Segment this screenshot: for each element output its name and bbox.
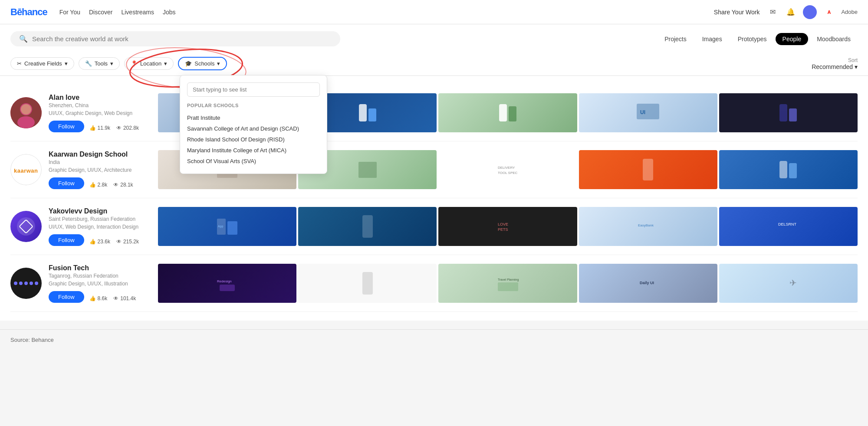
table-row: Alan love Shenzhen, China UI/UX, Graphic… <box>10 85 858 141</box>
location-chevron: ▾ <box>164 60 167 67</box>
svg-point-4 <box>17 116 35 128</box>
person-info: Yakovlevv Design Saint Petersburg, Russi… <box>10 207 158 246</box>
eye-icon: 👁 <box>113 182 118 188</box>
sort-value[interactable]: Recommended ▾ <box>812 63 858 70</box>
avatar[interactable] <box>803 5 817 19</box>
school-item[interactable]: School Of Visual Arts (SVA) <box>187 156 320 167</box>
person-fields: UI/UX, Graphic Design, Web Design <box>49 110 149 116</box>
views-stat: 👁 28.1k <box>113 182 133 188</box>
logo[interactable]: Bēhance <box>10 7 47 18</box>
portfolio-thumb[interactable]: DELIVERYTOOL SPEC <box>438 150 577 189</box>
school-item[interactable]: Rhode Island School Of Design (RISD) <box>187 134 320 145</box>
svg-rect-24 <box>779 161 787 178</box>
portfolio-thumb[interactable]: LOVEPETS <box>438 207 577 246</box>
portfolio-thumb[interactable]: UI <box>579 93 717 132</box>
portfolio-thumb[interactable]: EasyBank <box>579 207 717 246</box>
person-info: Fusion Tech Taganrog, Russian Federation… <box>10 264 158 303</box>
schools-icon: 🎓 <box>185 60 192 67</box>
fusion-dot <box>14 282 17 285</box>
portfolio-thumb[interactable]: Redesign <box>158 264 296 303</box>
schools-search-input[interactable] <box>187 82 320 97</box>
avatar <box>10 211 42 242</box>
svg-text:TOOL SPEC: TOOL SPEC <box>498 171 518 175</box>
portfolio-thumb[interactable]: Travel Planning <box>438 264 577 303</box>
sort-area[interactable]: Sort Recommended ▾ <box>812 57 858 70</box>
portfolio-thumb[interactable] <box>579 150 717 189</box>
nav-for-you[interactable]: For You <box>59 9 80 16</box>
likes-stat: 👍 8.6k <box>89 295 108 301</box>
search-icon: 🔍 <box>19 35 28 43</box>
svg-text:PETS: PETS <box>498 227 508 232</box>
person-fields: Graphic Design, UI/UX, Architecture <box>49 167 149 173</box>
share-your-work-button[interactable]: Share Your Work <box>714 9 760 16</box>
svg-rect-12 <box>509 106 516 121</box>
table-row: Fusion Tech Taganrog, Russian Federation… <box>10 255 858 312</box>
portfolio-thumb[interactable] <box>438 93 577 132</box>
creative-fields-icon: ✂ <box>17 60 22 67</box>
svg-rect-15 <box>779 104 787 121</box>
portfolio-thumb[interactable]: App <box>158 207 296 246</box>
svg-rect-27 <box>227 221 237 235</box>
nav-jobs[interactable]: Jobs <box>163 9 176 16</box>
person-location: Taganrog, Russian Federation <box>49 273 149 279</box>
nav-livestreams[interactable]: Livestreams <box>121 9 154 16</box>
notification-icon[interactable]: 🔔 <box>785 6 797 18</box>
svg-text:DELIVERY: DELIVERY <box>498 166 515 170</box>
person-fields: UI/UX, Web Design, Interaction Design <box>49 224 149 230</box>
fusion-dot <box>24 282 28 285</box>
svg-rect-29 <box>362 215 373 238</box>
person-details: Kaarwan Design School India Graphic Desi… <box>49 151 149 189</box>
school-item[interactable]: Savannah College of Art and Design (SCAD… <box>187 123 320 134</box>
follow-button[interactable]: Follow <box>49 291 84 303</box>
schools-filter[interactable]: 🎓 Schools ▾ <box>178 57 227 70</box>
school-item[interactable]: Maryland Institute College of Art (MICA) <box>187 145 320 156</box>
portfolio-images: App LOVEPETS EasyBank <box>158 207 858 246</box>
search-input[interactable] <box>32 35 332 43</box>
person-stats: 👍 8.6k 👁 101.4k <box>89 295 136 301</box>
portfolio-images: Redesign Travel Planning Daily UI <box>158 264 858 303</box>
views-stat: 👁 215.2k <box>116 239 139 245</box>
follow-button[interactable]: Follow <box>49 121 84 132</box>
portfolio-thumb[interactable] <box>719 93 858 132</box>
person-info: kaarwan Kaarwan Design School India Grap… <box>10 151 158 189</box>
tab-prototypes[interactable]: Prototypes <box>731 33 774 45</box>
tab-projects[interactable]: Projects <box>658 33 694 45</box>
tools-filter[interactable]: 🔧 Tools ▾ <box>79 57 120 70</box>
portfolio-thumb[interactable]: DELSRNT <box>719 207 858 246</box>
location-filter[interactable]: 📍 Location ▾ <box>124 57 174 70</box>
svg-text:App: App <box>218 225 224 228</box>
portfolio-thumb[interactable]: Daily UI <box>579 264 717 303</box>
tab-people[interactable]: People <box>776 33 809 45</box>
person-info: Alan love Shenzhen, China UI/UX, Graphic… <box>10 94 158 132</box>
tab-images[interactable]: Images <box>695 33 729 45</box>
svg-rect-35 <box>220 285 235 291</box>
likes-stat: 👍 23.6k <box>89 239 110 245</box>
portfolio-thumb[interactable] <box>719 150 858 189</box>
creative-fields-filter[interactable]: ✂ Creative Fields ▾ <box>10 57 74 70</box>
thumbs-up-icon: 👍 <box>89 182 96 188</box>
nav-links: For You Discover Livestreams Jobs <box>59 9 176 16</box>
svg-rect-36 <box>362 272 373 295</box>
svg-text:DELSRNT: DELSRNT <box>778 222 797 226</box>
svg-rect-9 <box>359 104 367 121</box>
nav-discover[interactable]: Discover <box>89 9 112 16</box>
svg-text:kaarwan: kaarwan <box>14 167 38 174</box>
portfolio-thumb[interactable]: ✈ <box>719 264 858 303</box>
school-item[interactable]: Pratt Institute <box>187 112 320 123</box>
adobe-label: Adobe <box>841 9 858 15</box>
filter-row: ✂ Creative Fields ▾ 🔧 Tools ▾ 📍 Location… <box>10 52 858 75</box>
tab-moodboards[interactable]: Moodboards <box>810 33 858 45</box>
avatar <box>10 97 42 128</box>
follow-button[interactable]: Follow <box>49 177 84 189</box>
portfolio-thumb[interactable] <box>298 207 437 246</box>
avatar <box>10 268 42 299</box>
person-fields: Graphic Design, UI/UX, Illustration <box>49 281 149 287</box>
person-details: Fusion Tech Taganrog, Russian Federation… <box>49 264 149 303</box>
tools-label: Tools <box>95 60 108 67</box>
portfolio-thumb[interactable] <box>298 264 437 303</box>
location-icon: 📍 <box>131 60 138 67</box>
schools-chevron: ▾ <box>217 60 220 67</box>
follow-button[interactable]: Follow <box>49 234 84 246</box>
message-icon[interactable]: ✉ <box>766 6 779 18</box>
svg-text:EasyBank: EasyBank <box>638 223 654 227</box>
